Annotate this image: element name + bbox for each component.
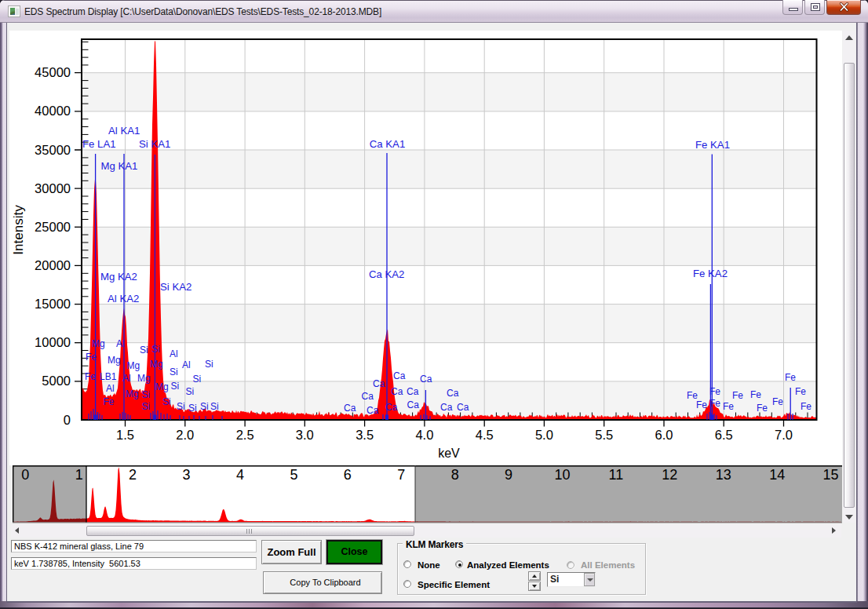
svg-text:Si KA1: Si KA1 — [139, 138, 170, 150]
svg-text:Mg: Mg — [126, 388, 139, 399]
svg-text:Fe: Fe — [785, 372, 796, 383]
svg-text:Fe: Fe — [795, 386, 806, 397]
svg-text:11: 11 — [609, 467, 624, 483]
svg-text:Fe: Fe — [85, 371, 96, 382]
svg-text:13: 13 — [716, 467, 731, 483]
svg-text:15: 15 — [823, 467, 839, 483]
svg-text:40000: 40000 — [35, 104, 71, 118]
svg-text:Si: Si — [186, 386, 195, 397]
svg-text:Si: Si — [162, 396, 171, 407]
svg-text:5: 5 — [290, 467, 297, 483]
svg-text:Mg KA2: Mg KA2 — [100, 271, 137, 283]
svg-text:6.0: 6.0 — [655, 428, 673, 442]
svg-text:Fe: Fe — [772, 396, 783, 407]
svg-text:Si: Si — [205, 359, 213, 370]
svg-text:2.5: 2.5 — [236, 428, 254, 442]
svg-text:keV: keV — [438, 447, 460, 460]
svg-text:3: 3 — [183, 467, 191, 483]
svg-text:4: 4 — [236, 467, 244, 483]
svg-text:Si: Si — [177, 401, 185, 412]
svg-text:Mg: Mg — [155, 381, 169, 392]
svg-text:Fe LA1: Fe LA1 — [82, 138, 116, 150]
svg-text:Ca: Ca — [362, 391, 374, 402]
svg-text:Ca: Ca — [393, 370, 406, 381]
svg-text:12: 12 — [662, 467, 677, 483]
svg-text:Si: Si — [200, 401, 209, 412]
svg-text:Fe: Fe — [723, 401, 734, 412]
svg-text:45000: 45000 — [35, 65, 71, 79]
svg-text:20000: 20000 — [35, 258, 71, 272]
svg-text:Si: Si — [142, 401, 151, 412]
svg-text:Fe: Fe — [732, 390, 743, 401]
svg-text:35000: 35000 — [35, 143, 71, 157]
svg-text:Al: Al — [116, 338, 125, 349]
svg-text:Si: Si — [193, 374, 202, 385]
svg-text:Al: Al — [182, 359, 191, 370]
svg-text:2.0: 2.0 — [176, 428, 194, 442]
svg-text:Al: Al — [170, 348, 178, 359]
svg-text:Si: Si — [171, 381, 180, 392]
svg-text:Ca: Ca — [440, 402, 453, 413]
svg-text:2: 2 — [129, 467, 137, 483]
svg-text:Ca: Ca — [344, 403, 356, 414]
svg-text:Mg: Mg — [92, 338, 105, 349]
svg-text:9: 9 — [505, 467, 512, 483]
svg-text:Fe: Fe — [801, 401, 811, 412]
svg-text:Ca: Ca — [407, 399, 420, 410]
svg-text:8: 8 — [451, 467, 459, 483]
svg-text:Al: Al — [122, 373, 131, 384]
svg-text:Fe: Fe — [86, 352, 97, 363]
svg-text:Fe KA1: Fe KA1 — [695, 139, 730, 151]
svg-text:Mg: Mg — [137, 373, 151, 384]
svg-text:4.5: 4.5 — [476, 428, 494, 442]
svg-text:Mg: Mg — [127, 360, 140, 371]
svg-text:Al KA2: Al KA2 — [108, 293, 139, 304]
svg-text:14: 14 — [769, 467, 785, 483]
svg-text:Intensity: Intensity — [11, 205, 26, 255]
svg-text:Mg KA1: Mg KA1 — [101, 160, 138, 172]
svg-text:7: 7 — [397, 467, 405, 483]
svg-text:Ca: Ca — [420, 374, 432, 385]
svg-text:10: 10 — [554, 467, 570, 483]
svg-text:Ca: Ca — [385, 402, 398, 413]
svg-text:Fe: Fe — [709, 398, 720, 409]
svg-text:Fe: Fe — [750, 389, 761, 400]
svg-text:6: 6 — [344, 467, 352, 483]
svg-text:6.5: 6.5 — [715, 428, 733, 442]
svg-text:Mg: Mg — [150, 359, 163, 370]
svg-text:Ca: Ca — [447, 388, 459, 399]
svg-text:Fe: Fe — [709, 386, 720, 397]
svg-text:Ca: Ca — [367, 405, 379, 416]
svg-text:30000: 30000 — [35, 181, 71, 195]
svg-text:Si: Si — [151, 344, 160, 355]
svg-text:Ca KA1: Ca KA1 — [370, 138, 405, 150]
svg-text:Ca: Ca — [457, 402, 469, 413]
svg-text:Al: Al — [106, 383, 115, 394]
svg-text:25000: 25000 — [35, 220, 71, 234]
svg-text:0: 0 — [64, 413, 71, 427]
svg-text:Si: Si — [210, 401, 219, 412]
svg-text:Ca: Ca — [391, 386, 403, 397]
svg-text:Si KA2: Si KA2 — [160, 281, 191, 293]
svg-text:Ca KA2: Ca KA2 — [369, 268, 404, 280]
svg-text:LB1: LB1 — [100, 371, 117, 382]
svg-text:0: 0 — [21, 467, 29, 483]
svg-text:Fe: Fe — [696, 399, 707, 410]
svg-text:3.5: 3.5 — [356, 428, 374, 442]
svg-text:1.5: 1.5 — [116, 428, 134, 442]
svg-text:Fe: Fe — [757, 403, 768, 414]
svg-text:5.5: 5.5 — [595, 428, 613, 442]
svg-text:Ca: Ca — [373, 378, 385, 389]
svg-text:15000: 15000 — [35, 297, 71, 311]
svg-text:1: 1 — [75, 467, 83, 483]
svg-text:4.0: 4.0 — [415, 428, 433, 442]
svg-text:3.0: 3.0 — [296, 428, 314, 442]
svg-text:7.0: 7.0 — [775, 428, 793, 442]
svg-text:5000: 5000 — [42, 374, 71, 388]
svg-text:5.0: 5.0 — [535, 428, 553, 442]
svg-text:10000: 10000 — [35, 335, 71, 349]
svg-text:Fe KA2: Fe KA2 — [693, 268, 728, 279]
svg-text:Si: Si — [140, 345, 148, 356]
svg-text:Fe: Fe — [104, 396, 115, 407]
svg-text:Al KA1: Al KA1 — [108, 125, 140, 137]
